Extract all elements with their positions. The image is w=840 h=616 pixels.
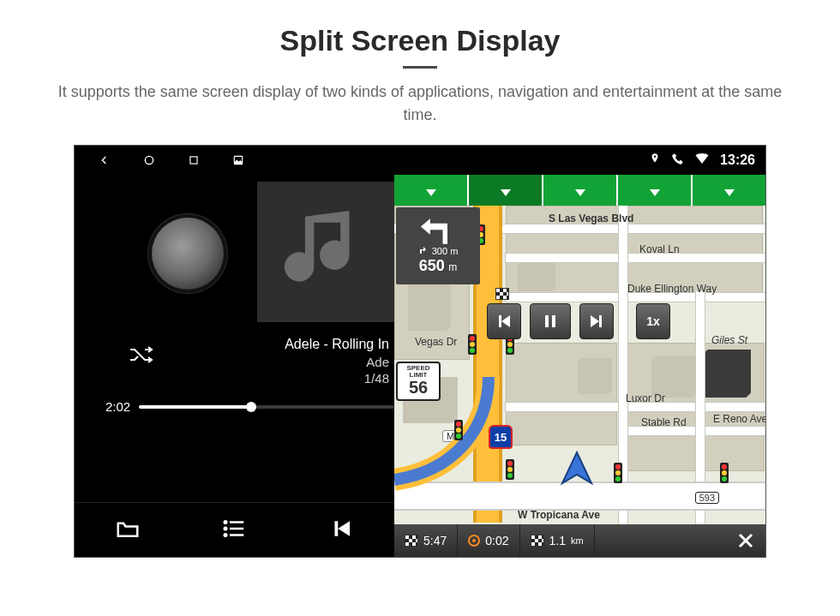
page-title: Split Screen Display xyxy=(0,0,840,57)
traffic-light-icon xyxy=(506,459,514,480)
street-label: Koval Ln xyxy=(639,243,680,255)
arrow-down-icon xyxy=(647,181,663,200)
svg-rect-9 xyxy=(545,315,549,327)
turn-instruction-panel: 300 m 650 m xyxy=(396,207,480,284)
phone-icon xyxy=(671,153,684,169)
street-label: Duke Ellington Way xyxy=(627,283,717,295)
track-info: Adele - Rolling In Ade 1/48 xyxy=(285,336,389,387)
building-3d xyxy=(703,350,751,398)
turn-unit: m xyxy=(448,261,457,273)
distance-unit: km xyxy=(571,535,584,546)
street-label: Vegas Dr xyxy=(415,336,457,348)
playlist-button[interactable] xyxy=(221,516,247,545)
recents-icon[interactable] xyxy=(186,153,201,168)
android-nav-bar xyxy=(75,146,394,175)
building-3d xyxy=(578,358,612,394)
map-speed-button[interactable]: 1x xyxy=(636,303,670,339)
map-close-button[interactable] xyxy=(726,524,765,557)
map-prev-button[interactable] xyxy=(487,303,521,339)
svg-rect-1 xyxy=(190,157,197,164)
next-turn-unit: m xyxy=(450,246,458,256)
shuffle-button[interactable] xyxy=(128,344,157,368)
svg-point-0 xyxy=(145,156,153,164)
target-icon xyxy=(468,535,480,547)
speed-limit-sign: SPEED LIMIT 56 xyxy=(396,362,441,401)
track-counter: 1/48 xyxy=(285,370,389,387)
flag-icon xyxy=(405,535,418,547)
svg-rect-6 xyxy=(230,527,243,529)
music-body: Adele - Rolling In Ade 1/48 2:02 xyxy=(75,175,394,502)
page-description: It supports the same screen display of t… xyxy=(56,81,784,127)
speed-multiplier: 1x xyxy=(646,314,660,328)
building-3d xyxy=(651,356,696,398)
map-pause-button[interactable] xyxy=(530,303,571,339)
speed-value: 56 xyxy=(398,379,439,396)
track-artist: Ade xyxy=(285,354,389,371)
flag-icon xyxy=(531,535,544,547)
device-frame: Adele - Rolling In Ade 1/48 2:02 xyxy=(75,146,765,557)
previous-track-button[interactable] xyxy=(328,516,354,545)
map-media-controls: 1x xyxy=(487,303,670,339)
distance-value: 1.1 xyxy=(549,534,566,547)
lane-3 xyxy=(543,175,618,206)
map-bottom-bar: 5:47 0:02 1.1 km xyxy=(394,524,765,557)
progress-fill xyxy=(139,405,251,409)
lane-1 xyxy=(394,175,469,206)
folder-button[interactable] xyxy=(115,516,141,545)
joystick-control[interactable] xyxy=(152,218,224,290)
arrow-down-icon xyxy=(423,181,439,200)
back-icon[interactable] xyxy=(97,153,112,168)
turn-left-icon xyxy=(419,217,457,246)
building-3d xyxy=(518,257,555,291)
street-label: Luxor Dr xyxy=(626,392,665,404)
arrow-down-icon xyxy=(573,181,588,200)
then-turn-right-icon xyxy=(418,246,427,254)
turn-distance: 650 xyxy=(419,257,445,274)
map-next-button[interactable] xyxy=(579,303,614,339)
lane-4 xyxy=(618,175,693,206)
svg-point-7 xyxy=(224,533,228,537)
route-shield: 593 xyxy=(695,492,719,504)
lane-2 xyxy=(469,175,543,206)
picture-icon[interactable] xyxy=(231,153,246,168)
svg-rect-10 xyxy=(552,315,555,327)
home-icon[interactable] xyxy=(141,153,157,168)
svg-point-5 xyxy=(224,526,228,530)
music-app-pane: Adele - Rolling In Ade 1/48 2:02 xyxy=(75,146,394,557)
status-bar: 13:26 xyxy=(394,146,765,175)
svg-point-3 xyxy=(224,520,228,524)
svg-rect-4 xyxy=(230,521,243,523)
distance-segment[interactable]: 1.1 km xyxy=(520,524,595,557)
interstate-shield: 15 xyxy=(489,425,513,449)
map-canvas[interactable]: S Las Vegas Blvd Koval Ln Duke Ellington… xyxy=(394,206,765,557)
street-label: S Las Vegas Blvd xyxy=(549,212,633,224)
eta-segment[interactable]: 5:47 xyxy=(394,524,458,557)
music-bottom-controls xyxy=(75,502,394,557)
eta-value: 5:47 xyxy=(423,534,447,547)
navigation-app-pane: 13:26 xyxy=(394,146,765,557)
traffic-light-icon xyxy=(468,334,477,355)
road xyxy=(506,254,765,262)
progress-knob[interactable] xyxy=(246,402,256,412)
street-label: W Tropicana Ave xyxy=(518,509,600,521)
road xyxy=(696,291,705,557)
progress-bar[interactable] xyxy=(139,405,394,409)
location-icon xyxy=(649,153,661,168)
stoptime-value: 0:02 xyxy=(485,534,508,547)
svg-rect-8 xyxy=(230,534,243,536)
next-turn-distance: 300 xyxy=(432,246,447,256)
stoptime-segment[interactable]: 0:02 xyxy=(458,524,519,557)
lane-5 xyxy=(693,175,765,206)
street-label: Stable Rd xyxy=(641,416,687,428)
vehicle-marker xyxy=(557,449,597,492)
arrow-down-icon xyxy=(498,181,513,200)
track-title: Adele - Rolling In xyxy=(285,336,389,354)
street-label: E Reno Ave xyxy=(713,413,765,425)
building-3d xyxy=(408,281,451,331)
street-label: Giles St xyxy=(711,334,747,346)
close-icon xyxy=(737,532,754,549)
status-time: 13:26 xyxy=(720,153,755,168)
destination-flag-icon xyxy=(495,288,509,300)
wifi-icon xyxy=(694,151,710,170)
music-note-icon xyxy=(279,205,373,299)
